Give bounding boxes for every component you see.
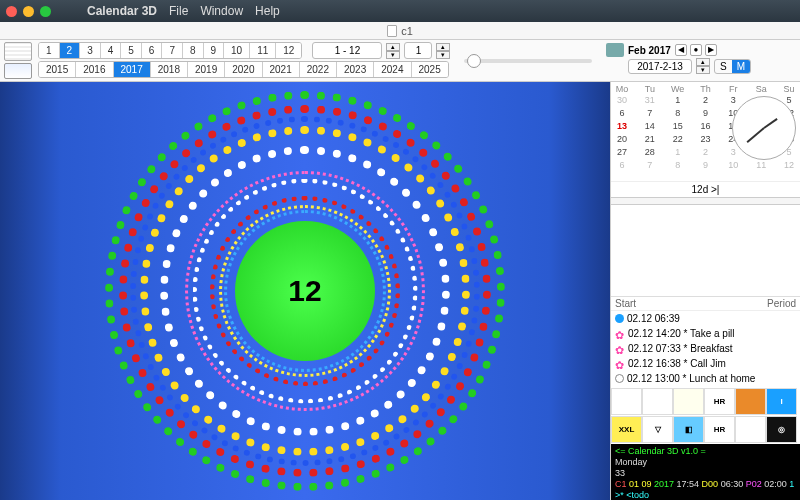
center-day: 12 [235, 221, 375, 361]
prev-arrow-icon[interactable]: ◀ [675, 44, 687, 56]
year-2017[interactable]: 2017 [114, 62, 151, 77]
close-icon[interactable] [6, 6, 17, 17]
month-12[interactable]: 12 [276, 43, 301, 58]
document-name: c1 [401, 25, 413, 37]
event-row[interactable]: 02.12 14:20 * Take a pill [611, 326, 800, 341]
month-1[interactable]: 1 [39, 43, 60, 58]
year-2023[interactable]: 2023 [337, 62, 374, 77]
dot-icon [615, 314, 624, 323]
year-selector[interactable]: 2015201620172018201920202021202220232024… [38, 61, 449, 78]
palette-icon-10[interactable] [735, 416, 766, 443]
month-10[interactable]: 10 [224, 43, 250, 58]
status-console: <= Calendar 3D v1.0 = Monday 33 C1 01 09… [611, 444, 800, 500]
window-controls[interactable] [6, 6, 51, 17]
calendar-3d-canvas[interactable]: 12 [0, 82, 610, 500]
month-6[interactable]: 6 [142, 43, 163, 58]
range-stepper[interactable]: ▴▾ [386, 43, 400, 59]
console-status: C1 01 09 2017 17:54 D00 06:30 P02 02:00 … [615, 479, 796, 490]
month-8[interactable]: 8 [183, 43, 204, 58]
year-2021[interactable]: 2021 [263, 62, 300, 77]
palette-icon-9[interactable]: HR [704, 416, 735, 443]
flower-icon [615, 344, 625, 354]
year-2018[interactable]: 2018 [151, 62, 188, 77]
toolbar: 123456789101112 ▴▾ ▴▾ 201520162017201820… [0, 40, 800, 82]
mode-s: S [715, 60, 732, 73]
palette-icon-11[interactable]: ◎ [766, 416, 797, 443]
palette-icon-4[interactable] [735, 388, 766, 415]
analog-clock [732, 96, 796, 160]
event-text: 02.12 14:20 * Take a pill [628, 327, 735, 340]
zoom-slider[interactable] [464, 59, 592, 63]
month-selector[interactable]: 123456789101112 [38, 42, 302, 59]
date-stepper[interactable]: ▴▾ [696, 58, 710, 74]
today-dot-icon[interactable]: ● [690, 44, 702, 56]
mini-calendar[interactable]: MoTuWeThFrSaSu 3031123456789101112131415… [611, 82, 800, 182]
col-start: Start [615, 298, 636, 309]
menu-file[interactable]: File [169, 4, 188, 18]
day-stepper[interactable]: ▴▾ [436, 43, 450, 59]
palette-icon-1[interactable] [642, 388, 673, 415]
dot-icon [615, 374, 624, 383]
menu-window[interactable]: Window [200, 4, 243, 18]
palette-icon-7[interactable]: ▽ [642, 416, 673, 443]
year-2025[interactable]: 2025 [412, 62, 448, 77]
zoom-icon[interactable] [40, 6, 51, 17]
menu-help[interactable]: Help [255, 4, 280, 18]
flower-icon [615, 359, 625, 369]
event-text: 02.12 07:33 * Breakfast [628, 342, 733, 355]
palette-icon-6[interactable]: XXL [611, 416, 642, 443]
event-text: 02.12 16:38 * Call Jim [628, 357, 726, 370]
palette-icon-3[interactable]: HR [704, 388, 735, 415]
console-todo: >* <todo [615, 490, 796, 500]
event-text: 02.12 06:39 [627, 312, 680, 325]
mini-scroll[interactable] [611, 197, 800, 205]
current-month-label: Feb 2017 [628, 45, 671, 56]
document-bar: c1 [0, 22, 800, 40]
minimize-icon[interactable] [23, 6, 34, 17]
event-row[interactable]: 02.12 13:00 * Lunch at home [611, 371, 800, 386]
year-2020[interactable]: 2020 [225, 62, 262, 77]
mode-toggle[interactable]: S M [714, 59, 751, 74]
event-text: 02.12 13:00 * Lunch at home [627, 372, 755, 385]
document-icon [387, 25, 397, 37]
sidebar: MoTuWeThFrSaSu 3031123456789101112131415… [610, 82, 800, 500]
palette-icon-0[interactable] [611, 388, 642, 415]
event-row[interactable]: 02.12 06:39 [611, 311, 800, 326]
calendar-view-icon[interactable] [4, 63, 32, 79]
event-row[interactable]: 02.12 07:33 * Breakfast [611, 341, 800, 356]
offset-label: 12d >| [611, 182, 800, 197]
next-arrow-icon[interactable]: ▶ [705, 44, 717, 56]
palette-icon-2[interactable] [673, 388, 704, 415]
flower-icon [615, 329, 625, 339]
month-5[interactable]: 5 [121, 43, 142, 58]
month-9[interactable]: 9 [204, 43, 225, 58]
month-4[interactable]: 4 [101, 43, 122, 58]
palette-icon-8[interactable]: ◧ [673, 416, 704, 443]
year-2015[interactable]: 2015 [39, 62, 76, 77]
app-menu[interactable]: Calendar 3D [87, 4, 157, 18]
year-2019[interactable]: 2019 [188, 62, 225, 77]
icon-palette[interactable]: HRIXXL▽◧HR◎ [611, 388, 800, 444]
console-week: 33 [615, 468, 796, 479]
year-2016[interactable]: 2016 [76, 62, 113, 77]
console-weekday: Monday [615, 457, 796, 468]
date-input[interactable] [628, 59, 692, 74]
month-3[interactable]: 3 [80, 43, 101, 58]
preview-thumb[interactable] [606, 43, 624, 57]
month-2[interactable]: 2 [60, 43, 81, 58]
event-list[interactable]: Start Period 02.12 06:3902.12 14:20 * Ta… [611, 296, 800, 388]
calendar-style-icon[interactable] [4, 42, 32, 61]
mode-m: M [732, 60, 750, 73]
month-11[interactable]: 11 [250, 43, 276, 58]
event-row[interactable]: 02.12 16:38 * Call Jim [611, 356, 800, 371]
range-input[interactable] [312, 42, 382, 59]
palette-icon-5[interactable]: I [766, 388, 797, 415]
year-2022[interactable]: 2022 [300, 62, 337, 77]
year-2024[interactable]: 2024 [374, 62, 411, 77]
console-title: <= Calendar 3D v1.0 = [615, 446, 796, 457]
month-7[interactable]: 7 [162, 43, 183, 58]
day-input[interactable] [404, 42, 432, 59]
menu-bar: Calendar 3D File Window Help [0, 0, 800, 22]
col-period: Period [767, 298, 796, 309]
